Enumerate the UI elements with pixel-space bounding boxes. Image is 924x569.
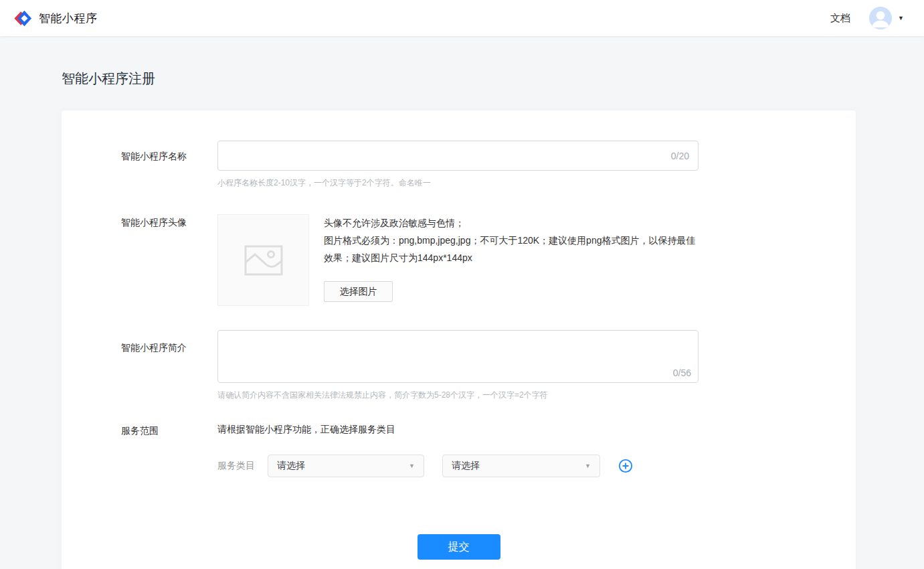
category-select-1-value: 请选择 xyxy=(277,460,305,472)
category-select-1-caret-down-icon: ▼ xyxy=(409,463,415,469)
name-input-wrap: 0/20 xyxy=(217,141,699,171)
form-row-scope: 服务范围 请根据智能小程序功能，正确选择服务类目 服务类目 请选择 ▼ 请选择 … xyxy=(62,422,856,477)
form-row-intro: 智能小程序简介 0/56 请确认简介内容不含国家相关法律法规禁止内容，简介字数为… xyxy=(62,330,856,401)
choose-image-button[interactable]: 选择图片 xyxy=(324,281,393,302)
avatar-image-placeholder xyxy=(217,214,309,306)
add-category-button[interactable] xyxy=(618,459,633,473)
scope-instruction: 请根据智能小程序功能，正确选择服务类目 xyxy=(217,422,633,436)
brand-title: 智能小程序 xyxy=(39,11,98,26)
plus-circle-icon xyxy=(618,459,633,473)
form-row-name: 智能小程序名称 0/20 小程序名称长度2-10汉字，一个汉字等于2个字符。命名… xyxy=(62,141,856,189)
registration-form-card: 智能小程序名称 0/20 小程序名称长度2-10汉字，一个汉字等于2个字符。命名… xyxy=(62,110,856,569)
category-label: 服务类目 xyxy=(217,460,268,472)
name-label: 智能小程序名称 xyxy=(62,141,217,189)
image-placeholder-icon xyxy=(244,245,283,276)
docs-link[interactable]: 文档 xyxy=(830,12,850,25)
submit-button[interactable]: 提交 xyxy=(418,534,500,560)
intro-hint: 请确认简介内容不含国家相关法律法规禁止内容，简介字数为5-28个汉字，一个汉字=… xyxy=(217,390,699,401)
intro-textarea-wrap: 0/56 xyxy=(217,330,699,383)
user-menu-caret-down-icon[interactable]: ▼ xyxy=(898,15,904,21)
avatar-rule-1: 头像不允许涉及政治敏感与色情； xyxy=(324,214,696,232)
category-select-2[interactable]: 请选择 ▼ xyxy=(442,455,600,477)
avatar-rule-2: 图片格式必须为：png,bmp,jpeg,jpg；不可大于120K；建议使用pn… xyxy=(324,232,696,266)
smart-miniprogram-logo-icon xyxy=(13,9,32,27)
name-input[interactable] xyxy=(218,141,698,170)
name-hint: 小程序名称长度2-10汉字，一个汉字等于2个字符。命名唯一 xyxy=(217,177,699,189)
brand-home-link[interactable]: 智能小程序 xyxy=(13,9,98,27)
intro-label: 智能小程序简介 xyxy=(62,330,217,401)
category-select-2-value: 请选择 xyxy=(452,460,480,472)
top-bar: 智能小程序 文档 ▼ xyxy=(0,0,924,36)
user-avatar[interactable] xyxy=(869,7,892,29)
category-select-1[interactable]: 请选择 ▼ xyxy=(268,455,424,477)
intro-char-counter: 0/56 xyxy=(673,368,691,378)
name-char-counter: 0/20 xyxy=(671,151,689,161)
intro-textarea[interactable] xyxy=(218,331,698,382)
scope-label: 服务范围 xyxy=(62,422,217,477)
user-menu[interactable]: ▼ xyxy=(869,7,904,29)
category-select-2-caret-down-icon: ▼ xyxy=(585,463,591,469)
page-title: 智能小程序注册 xyxy=(62,69,924,88)
avatar-label: 智能小程序头像 xyxy=(62,214,217,306)
form-row-avatar: 智能小程序头像 头像不允许涉及政治敏感与色情； 图片格式必须为：png,bmp,… xyxy=(62,214,856,306)
